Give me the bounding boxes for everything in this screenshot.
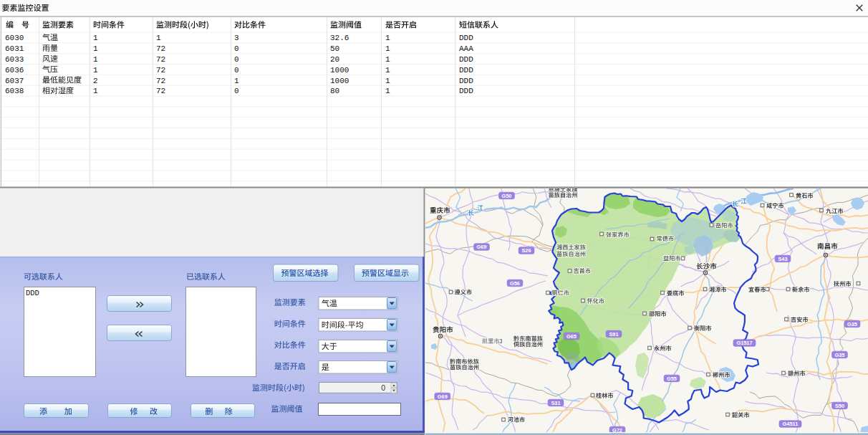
svg-text:6030: 6030 — [5, 34, 24, 42]
svg-text:1: 1 — [93, 44, 98, 53]
svg-text:DDD: DDD — [459, 55, 473, 64]
svg-text:0: 0 — [234, 55, 239, 64]
svg-text:50: 50 — [330, 44, 339, 53]
svg-text:G69: G69 — [438, 393, 448, 400]
svg-text:72: 72 — [156, 55, 165, 64]
svg-text:3: 3 — [234, 34, 239, 42]
svg-text:G50: G50 — [502, 193, 512, 199]
svg-text:DDD: DDD — [26, 289, 39, 297]
svg-text:1: 1 — [385, 34, 390, 42]
svg-text:AAA: AAA — [459, 44, 473, 53]
svg-text:6031: 6031 — [5, 44, 24, 53]
svg-text:6037: 6037 — [5, 77, 24, 85]
svg-text:1: 1 — [385, 66, 390, 75]
svg-text:G35: G35 — [835, 352, 845, 358]
svg-text:0: 0 — [381, 383, 385, 392]
svg-text:1: 1 — [385, 55, 390, 64]
svg-text:G55: G55 — [667, 376, 677, 382]
svg-text:0: 0 — [234, 44, 239, 53]
svg-text:2: 2 — [93, 77, 98, 85]
svg-text:6036: 6036 — [5, 66, 24, 75]
svg-text:S91: S91 — [609, 331, 618, 338]
svg-text:DDD: DDD — [459, 77, 473, 85]
svg-text:1: 1 — [385, 87, 390, 95]
svg-text:G35: G35 — [847, 321, 857, 328]
svg-text:1: 1 — [234, 77, 239, 85]
svg-text:6033: 6033 — [5, 55, 24, 64]
svg-text:1000: 1000 — [330, 77, 349, 85]
svg-text:G65: G65 — [566, 333, 577, 340]
svg-text:1: 1 — [93, 66, 98, 75]
svg-text:G4511: G4511 — [783, 421, 799, 427]
svg-text:32.6: 32.6 — [330, 34, 349, 42]
svg-text:1: 1 — [93, 34, 98, 42]
svg-text:1: 1 — [156, 34, 161, 42]
svg-text:G72: G72 — [612, 427, 622, 434]
svg-text:0: 0 — [234, 66, 239, 75]
svg-text:72: 72 — [156, 66, 165, 75]
svg-text:20: 20 — [330, 55, 339, 64]
svg-text:0: 0 — [234, 87, 239, 95]
svg-text:DDD: DDD — [459, 87, 473, 95]
svg-text:6038: 6038 — [5, 87, 24, 95]
svg-text:S31: S31 — [551, 400, 560, 406]
svg-text:DDD: DDD — [459, 66, 473, 75]
svg-text:72: 72 — [156, 77, 165, 85]
svg-text:G1517: G1517 — [736, 340, 752, 346]
svg-text:1: 1 — [93, 55, 98, 64]
svg-text:S26: S26 — [521, 247, 531, 254]
svg-text:1: 1 — [385, 77, 390, 85]
svg-text:80: 80 — [330, 87, 339, 95]
svg-text:S50: S50 — [835, 403, 844, 409]
svg-text:72: 72 — [156, 44, 165, 53]
svg-text:G56: G56 — [510, 280, 520, 287]
svg-text:DDD: DDD — [459, 34, 473, 42]
svg-text:1: 1 — [93, 87, 98, 95]
svg-text:G69: G69 — [477, 244, 487, 250]
svg-text:S43: S43 — [778, 256, 787, 262]
svg-text:72: 72 — [156, 87, 165, 95]
svg-text:1: 1 — [385, 44, 390, 53]
svg-text:1000: 1000 — [330, 66, 349, 75]
